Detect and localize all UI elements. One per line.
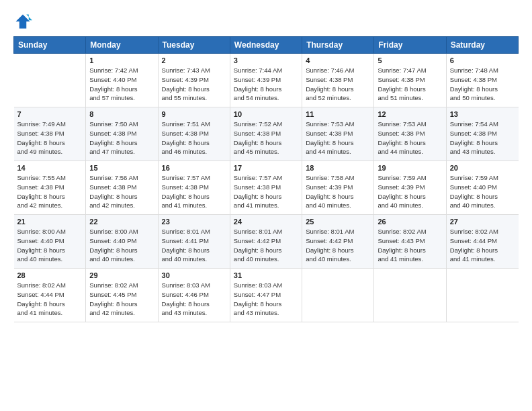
header-day: Sunday — [14, 37, 86, 54]
logo — [13, 12, 35, 31]
day-number: 10 — [234, 110, 298, 118]
cell-info: Sunrise: 7:42 AM Sunset: 4:40 PM Dayligh… — [89, 66, 154, 103]
header — [13, 12, 519, 31]
day-number: 24 — [234, 218, 298, 226]
calendar-cell: 8Sunrise: 7:50 AM Sunset: 4:38 PM Daylig… — [86, 107, 158, 161]
cell-info: Sunrise: 8:03 AM Sunset: 4:46 PM Dayligh… — [162, 281, 226, 318]
calendar-cell: 5Sunrise: 7:47 AM Sunset: 4:38 PM Daylig… — [374, 54, 446, 107]
header-day: Monday — [86, 37, 158, 54]
cell-info: Sunrise: 7:57 AM Sunset: 4:38 PM Dayligh… — [162, 173, 226, 210]
calendar-cell: 2Sunrise: 7:43 AM Sunset: 4:39 PM Daylig… — [158, 54, 230, 107]
calendar-cell: 26Sunrise: 8:02 AM Sunset: 4:43 PM Dayli… — [374, 215, 446, 269]
calendar-cell: 11Sunrise: 7:53 AM Sunset: 4:38 PM Dayli… — [302, 107, 374, 161]
day-number: 16 — [162, 164, 226, 172]
cell-info: Sunrise: 8:02 AM Sunset: 4:44 PM Dayligh… — [17, 281, 83, 318]
day-number: 2 — [162, 56, 226, 64]
header-day: Saturday — [446, 37, 518, 54]
cell-info: Sunrise: 8:02 AM Sunset: 4:43 PM Dayligh… — [378, 227, 442, 264]
calendar-cell: 27Sunrise: 8:02 AM Sunset: 4:44 PM Dayli… — [446, 215, 518, 269]
header-day: Wednesday — [230, 37, 302, 54]
calendar-cell: 18Sunrise: 7:58 AM Sunset: 4:39 PM Dayli… — [302, 161, 374, 215]
calendar-cell: 23Sunrise: 8:01 AM Sunset: 4:41 PM Dayli… — [158, 215, 230, 269]
cell-info: Sunrise: 7:59 AM Sunset: 4:39 PM Dayligh… — [378, 173, 442, 210]
calendar-cell: 31Sunrise: 8:03 AM Sunset: 4:47 PM Dayli… — [230, 269, 302, 322]
calendar-week-row: 7Sunrise: 7:49 AM Sunset: 4:38 PM Daylig… — [14, 107, 519, 161]
logo-icon — [13, 12, 32, 31]
calendar-cell: 17Sunrise: 7:57 AM Sunset: 4:38 PM Dayli… — [230, 161, 302, 215]
cell-info: Sunrise: 7:48 AM Sunset: 4:38 PM Dayligh… — [450, 66, 515, 103]
cell-info: Sunrise: 7:59 AM Sunset: 4:40 PM Dayligh… — [450, 173, 515, 210]
day-number: 20 — [450, 164, 515, 172]
day-number: 29 — [89, 271, 154, 279]
cell-info: Sunrise: 8:01 AM Sunset: 4:42 PM Dayligh… — [234, 227, 298, 264]
day-number: 22 — [89, 218, 154, 226]
cell-info: Sunrise: 7:53 AM Sunset: 4:38 PM Dayligh… — [306, 120, 370, 156]
calendar-cell — [446, 269, 518, 322]
day-number: 27 — [450, 218, 515, 226]
day-number: 11 — [306, 110, 370, 118]
cell-info: Sunrise: 7:57 AM Sunset: 4:38 PM Dayligh… — [234, 173, 298, 210]
day-number: 18 — [306, 164, 370, 172]
day-number: 25 — [306, 218, 370, 226]
day-number: 13 — [450, 110, 515, 118]
cell-info: Sunrise: 7:52 AM Sunset: 4:38 PM Dayligh… — [234, 120, 298, 156]
cell-info: Sunrise: 7:56 AM Sunset: 4:38 PM Dayligh… — [89, 173, 154, 210]
header-day: Thursday — [302, 37, 374, 54]
calendar-cell: 28Sunrise: 8:02 AM Sunset: 4:44 PM Dayli… — [14, 269, 86, 322]
day-number: 7 — [17, 110, 83, 118]
cell-info: Sunrise: 7:44 AM Sunset: 4:39 PM Dayligh… — [234, 66, 298, 103]
day-number: 31 — [234, 271, 298, 279]
header-day: Friday — [374, 37, 446, 54]
header-day: Tuesday — [158, 37, 230, 54]
calendar-cell: 6Sunrise: 7:48 AM Sunset: 4:38 PM Daylig… — [446, 54, 518, 107]
page: SundayMondayTuesdayWednesdayThursdayFrid… — [0, 0, 532, 411]
calendar-cell: 10Sunrise: 7:52 AM Sunset: 4:38 PM Dayli… — [230, 107, 302, 161]
day-number: 5 — [378, 56, 442, 64]
cell-info: Sunrise: 8:02 AM Sunset: 4:44 PM Dayligh… — [450, 227, 515, 264]
cell-info: Sunrise: 8:00 AM Sunset: 4:40 PM Dayligh… — [89, 227, 154, 264]
cell-info: Sunrise: 7:47 AM Sunset: 4:38 PM Dayligh… — [378, 66, 442, 103]
calendar-cell: 16Sunrise: 7:57 AM Sunset: 4:38 PM Dayli… — [158, 161, 230, 215]
day-number: 17 — [234, 164, 298, 172]
day-number: 15 — [89, 164, 154, 172]
calendar-cell: 7Sunrise: 7:49 AM Sunset: 4:38 PM Daylig… — [14, 107, 86, 161]
calendar-cell: 24Sunrise: 8:01 AM Sunset: 4:42 PM Dayli… — [230, 215, 302, 269]
day-number: 26 — [378, 218, 442, 226]
cell-info: Sunrise: 7:43 AM Sunset: 4:39 PM Dayligh… — [162, 66, 226, 103]
day-number: 12 — [378, 110, 442, 118]
calendar-cell: 14Sunrise: 7:55 AM Sunset: 4:38 PM Dayli… — [14, 161, 86, 215]
day-number: 6 — [450, 56, 515, 64]
calendar-cell: 30Sunrise: 8:03 AM Sunset: 4:46 PM Dayli… — [158, 269, 230, 322]
calendar-cell: 3Sunrise: 7:44 AM Sunset: 4:39 PM Daylig… — [230, 54, 302, 107]
day-number: 28 — [17, 271, 83, 279]
cell-info: Sunrise: 8:01 AM Sunset: 4:41 PM Dayligh… — [162, 227, 226, 264]
calendar-cell: 12Sunrise: 7:53 AM Sunset: 4:38 PM Dayli… — [374, 107, 446, 161]
calendar-cell: 1Sunrise: 7:42 AM Sunset: 4:40 PM Daylig… — [86, 54, 158, 107]
cell-info: Sunrise: 8:00 AM Sunset: 4:40 PM Dayligh… — [17, 227, 83, 264]
calendar-week-row: 14Sunrise: 7:55 AM Sunset: 4:38 PM Dayli… — [14, 161, 519, 215]
calendar-cell: 19Sunrise: 7:59 AM Sunset: 4:39 PM Dayli… — [374, 161, 446, 215]
day-number: 4 — [306, 56, 370, 64]
calendar-cell: 20Sunrise: 7:59 AM Sunset: 4:40 PM Dayli… — [446, 161, 518, 215]
calendar-cell: 25Sunrise: 8:01 AM Sunset: 4:42 PM Dayli… — [302, 215, 374, 269]
cell-info: Sunrise: 8:02 AM Sunset: 4:45 PM Dayligh… — [89, 281, 154, 318]
calendar-cell: 13Sunrise: 7:54 AM Sunset: 4:38 PM Dayli… — [446, 107, 518, 161]
cell-info: Sunrise: 7:54 AM Sunset: 4:38 PM Dayligh… — [450, 120, 515, 156]
cell-info: Sunrise: 8:01 AM Sunset: 4:42 PM Dayligh… — [306, 227, 370, 264]
calendar-cell: 21Sunrise: 8:00 AM Sunset: 4:40 PM Dayli… — [14, 215, 86, 269]
day-number: 21 — [17, 218, 83, 226]
header-row: SundayMondayTuesdayWednesdayThursdayFrid… — [14, 37, 519, 54]
day-number: 9 — [162, 110, 226, 118]
cell-info: Sunrise: 7:49 AM Sunset: 4:38 PM Dayligh… — [17, 120, 83, 156]
calendar-cell: 15Sunrise: 7:56 AM Sunset: 4:38 PM Dayli… — [86, 161, 158, 215]
calendar-cell: 29Sunrise: 8:02 AM Sunset: 4:45 PM Dayli… — [86, 269, 158, 322]
cell-info: Sunrise: 7:53 AM Sunset: 4:38 PM Dayligh… — [378, 120, 442, 156]
calendar-week-row: 28Sunrise: 8:02 AM Sunset: 4:44 PM Dayli… — [14, 269, 519, 322]
calendar-header: SundayMondayTuesdayWednesdayThursdayFrid… — [14, 37, 519, 54]
calendar-cell — [374, 269, 446, 322]
calendar-body: 1Sunrise: 7:42 AM Sunset: 4:40 PM Daylig… — [14, 54, 519, 322]
calendar-cell — [14, 54, 86, 107]
svg-marker-0 — [16, 15, 30, 29]
cell-info: Sunrise: 8:03 AM Sunset: 4:47 PM Dayligh… — [234, 281, 298, 318]
day-number: 30 — [162, 271, 226, 279]
